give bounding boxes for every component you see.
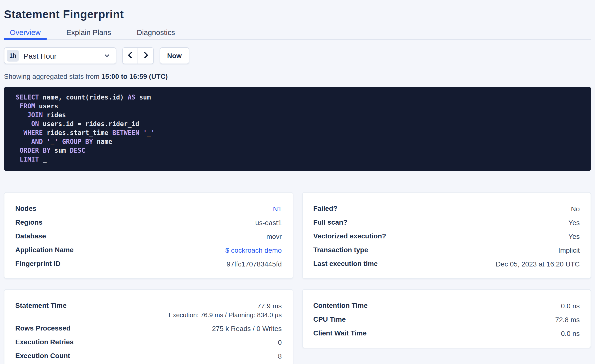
sql-token-ph: _ (147, 129, 151, 136)
sql-token-pl (16, 129, 23, 136)
sql-token-kw: AS (128, 94, 135, 101)
info-label: Full scan? (313, 218, 347, 226)
info-row: Fingerprint ID97ffc170783445fd (15, 260, 282, 268)
info-row: CPU Time72.8 ms (313, 315, 580, 324)
info-value: 0 (278, 338, 282, 346)
sql-token-kw: FROM (20, 102, 35, 110)
tab-label: Overview (10, 28, 41, 36)
info-row: Failed?No (313, 204, 580, 213)
sql-token-pl (16, 102, 20, 110)
info-cards-grid: NodesN1Regionsus-east1DatabasemovrApplic… (4, 192, 591, 364)
info-value-block: Yes (568, 232, 580, 241)
info-label: Nodes (15, 204, 36, 212)
info-value: 97ffc170783445fd (227, 260, 282, 268)
sql-line: ON users.id = rides.rider_id (16, 120, 579, 129)
page-scale-wrapper: Statement Fingerprint OverviewExplain Pl… (0, 0, 595, 364)
info-row: Client Wait Time0.0 ns (313, 329, 580, 338)
sql-token-q: ' (143, 129, 147, 136)
sql-token-kw: GROUP BY (62, 138, 93, 145)
info-value-link[interactable]: $ cockroach demo (225, 246, 282, 254)
info-value-block: 8 (278, 352, 282, 361)
info-label: Client Wait Time (313, 329, 367, 337)
sql-line: LIMIT _ (16, 155, 579, 164)
card-timing-stats: Contention Time0.0 nsCPU Time72.8 msClie… (302, 289, 591, 348)
sql-token-kw: DESC (70, 147, 85, 154)
tab-bar: OverviewExplain PlansDiagnostics (4, 21, 591, 40)
info-row: Rows Processed275 k Reads / 0 Writes (15, 324, 282, 333)
sql-token-kw: JOIN (27, 111, 43, 119)
tab-diagnostics[interactable]: Diagnostics (131, 21, 181, 39)
sql-token-pl: _ (39, 156, 47, 163)
info-value-block: Implicit (558, 246, 580, 255)
chevron-right-icon (143, 51, 148, 60)
time-controls: 1h Past Hour Now (4, 47, 591, 64)
card-overview-details-left: NodesN1Regionsus-east1DatabasemovrApplic… (4, 192, 293, 279)
info-value: No (571, 205, 580, 213)
info-label: Fingerprint ID (15, 260, 61, 267)
sql-token-q: ' (47, 138, 51, 145)
info-label: Application Name (15, 246, 74, 254)
sql-token-pl: sum (51, 147, 70, 154)
sql-token-pl (16, 138, 31, 145)
info-label: Vectorized execution? (313, 232, 386, 240)
sql-line: ORDER BY sum DESC (16, 146, 579, 155)
stats-caption-range: 15:00 to 16:59 (UTC) (101, 72, 168, 80)
time-range-dropdown[interactable]: 1h Past Hour (4, 47, 116, 64)
info-value-block: 0.0 ns (561, 329, 580, 338)
tab-label: Diagnostics (137, 28, 175, 36)
next-time-interval-button[interactable] (138, 48, 153, 64)
now-button[interactable]: Now (160, 47, 189, 64)
chevron-left-icon (128, 51, 133, 60)
sql-line: FROM users (16, 102, 579, 111)
sql-line: AND '_' GROUP BY name (16, 137, 579, 146)
info-value-block: 72.8 ms (555, 315, 580, 324)
sql-token-kw: LIMIT (20, 156, 39, 163)
time-range-label: Past Hour (24, 51, 56, 60)
info-label: Statement Time (15, 301, 67, 309)
sql-token-pl: rides.start_time (43, 129, 112, 136)
sql-token-pl (16, 111, 27, 119)
sql-token-pl: name, count(rides.id) (39, 94, 128, 101)
sql-token-pl (139, 129, 143, 136)
info-row: Execution Retries0 (15, 338, 282, 347)
info-row: Transaction typeImplicit (313, 246, 580, 255)
info-value-block: movr (266, 232, 282, 241)
sql-token-pl: sum (135, 94, 151, 101)
info-label: Transaction type (313, 246, 368, 254)
info-value: 275 k Reads / 0 Writes (212, 325, 282, 332)
time-range-badge: 1h (7, 50, 19, 62)
info-value: 0.0 ns (561, 330, 580, 337)
info-value-block: 275 k Reads / 0 Writes (212, 324, 282, 333)
previous-time-interval-button[interactable] (123, 48, 138, 64)
statement-fingerprint-page: Statement Fingerprint OverviewExplain Pl… (0, 0, 595, 364)
stats-caption-prefix: Showing aggregated stats from (4, 72, 101, 80)
tab-overview[interactable]: Overview (4, 21, 47, 39)
sql-token-kw: BETWEEN (112, 129, 139, 136)
info-label: Last execution time (313, 260, 378, 267)
info-value-block: 0.0 ns (561, 301, 580, 310)
info-value-block: Yes (568, 218, 580, 227)
sql-token-pl (16, 147, 20, 154)
info-row: Last execution timeDec 05, 2023 at 16:20… (313, 260, 580, 268)
info-value-block: N1 (273, 204, 282, 213)
card-execution-stats: Statement Time77.9 msExecution: 76.9 ms … (4, 289, 293, 364)
info-value: 77.9 ms (257, 302, 282, 310)
info-row: Contention Time0.0 ns (313, 301, 580, 310)
page-title: Statement Fingerprint (4, 7, 591, 21)
info-row: Full scan?Yes (313, 218, 580, 227)
sql-token-kw: SELECT (16, 94, 39, 101)
sql-token-q: ' (151, 129, 155, 136)
sql-fingerprint-box: SELECT name, count(rides.id) AS sum FROM… (4, 87, 591, 171)
card-overview-details-right: Failed?NoFull scan?YesVectorized executi… (302, 192, 591, 279)
tab-label: Explain Plans (66, 28, 111, 36)
tab-explain-plans[interactable]: Explain Plans (60, 21, 117, 39)
info-label: Database (15, 232, 46, 240)
info-value-block: 97ffc170783445fd (227, 260, 282, 268)
info-label: Failed? (313, 204, 337, 212)
sql-token-kw: ORDER BY (20, 147, 51, 154)
info-value-block: $ cockroach demo (225, 246, 282, 255)
info-value-block: 77.9 msExecution: 76.9 ms / Planning: 83… (169, 301, 282, 319)
sql-token-pl: name (93, 138, 112, 145)
stats-caption: Showing aggregated stats from 15:00 to 1… (4, 72, 591, 81)
info-value-link[interactable]: N1 (273, 205, 282, 213)
